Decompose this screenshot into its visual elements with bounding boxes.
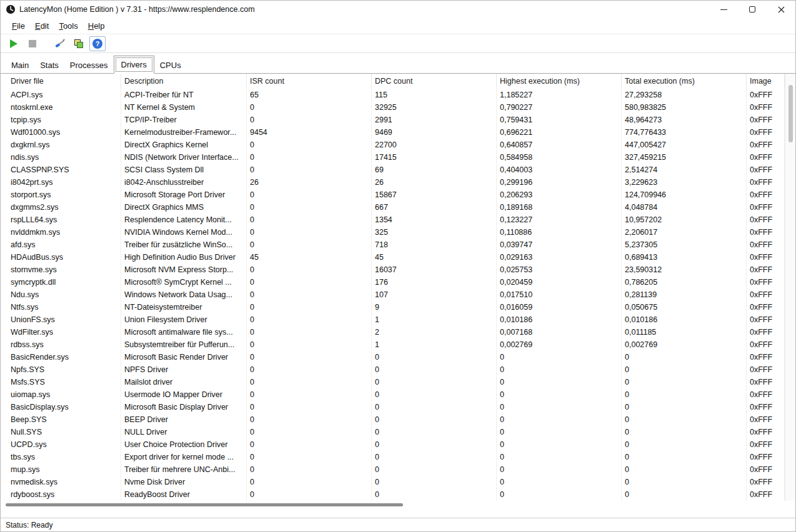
table-row[interactable]: nvlddmkm.sysNVIDIA Windows Kernel Mod...… <box>1 226 785 239</box>
table-row[interactable]: ACPI.sysACPI-Treiber für NT651151,185227… <box>1 89 785 101</box>
copy-report-icon <box>73 38 84 49</box>
table-row[interactable]: rdyboost.sysReadyBoost Driver00000xFFF <box>1 488 785 501</box>
table-cell: 1 <box>372 338 497 351</box>
table-cell: 0xFFF <box>747 276 785 288</box>
stop-monitor-button[interactable] <box>24 36 41 51</box>
table-cell: 0 <box>247 189 372 201</box>
tab-cpus[interactable]: CPUs <box>154 57 187 73</box>
table-cell: nvlddmkm.sys <box>1 226 121 239</box>
toolbar: ? <box>1 34 795 53</box>
table-row[interactable]: i8042prt.sysi8042-Anschlusstreiber26260,… <box>1 176 785 189</box>
column-dpc-count[interactable]: DPC count <box>372 74 497 89</box>
start-monitor-button[interactable] <box>6 36 22 51</box>
table-row[interactable]: dxgmms2.sysDirectX Graphics MMS06670,189… <box>1 201 785 214</box>
table-cell: rdbss.sys <box>1 338 121 351</box>
help-button[interactable]: ? <box>89 36 106 51</box>
column-description[interactable]: Description <box>121 74 247 89</box>
table-row[interactable]: ntoskrnl.exeNT Kernel & System0329250,79… <box>1 101 785 114</box>
column-isr-count[interactable]: ISR count <box>247 74 372 89</box>
maximize-button[interactable] <box>738 1 767 18</box>
table-cell: 0 <box>247 488 372 501</box>
table-row[interactable]: storport.sysMicrosoft Storage Port Drive… <box>1 189 785 201</box>
table-cell: 0 <box>247 101 372 114</box>
table-cell: 0xFFF <box>747 413 785 426</box>
table-row[interactable]: tcpip.sysTCP/IP-Treiber029910,75943148,9… <box>1 114 785 126</box>
table-cell: 0 <box>372 351 497 363</box>
table-row[interactable]: Npfs.SYSNPFS Driver00000xFFF <box>1 363 785 376</box>
table-cell: Union Filesystem Driver <box>121 313 247 326</box>
close-button[interactable] <box>767 1 795 18</box>
menu-help[interactable]: Help <box>83 19 110 33</box>
copy-report-button[interactable] <box>71 36 87 51</box>
table-row[interactable]: BasicDisplay.sysMicrosoft Basic Display … <box>1 401 785 413</box>
table-cell: 0 <box>622 351 747 363</box>
menu-file[interactable]: File <box>7 19 30 33</box>
tab-drivers[interactable]: Drivers <box>114 56 154 74</box>
vertical-scrollbar-thumb[interactable] <box>789 85 793 142</box>
table-cell: 0,020459 <box>497 276 622 288</box>
table-cell: 718 <box>372 239 497 251</box>
table-cell: 5,237305 <box>622 239 747 251</box>
table-cell: 0 <box>497 426 622 438</box>
table-row[interactable]: mup.sysTreiber für mehrere UNC-Anbi...00… <box>1 463 785 476</box>
table-row[interactable]: BasicRender.sysMicrosoft Basic Render Dr… <box>1 351 785 363</box>
horizontal-scrollbar-thumb[interactable] <box>6 503 403 506</box>
table-row[interactable]: Ntfs.sysNT-Dateisystemtreiber090,0160590… <box>1 301 785 313</box>
table-cell: 0xFFF <box>747 89 785 101</box>
minimize-button[interactable] <box>709 1 738 18</box>
table-row[interactable]: HDAudBus.sysHigh Definition Audio Bus Dr… <box>1 251 785 264</box>
column-driver-file[interactable]: Driver file <box>1 74 121 89</box>
status-text: Status: Ready <box>6 521 52 530</box>
table-row[interactable]: UCPD.sysUser Choice Protection Driver000… <box>1 438 785 451</box>
table-row[interactable]: Beep.SYSBEEP Driver00000xFFF <box>1 413 785 426</box>
column-image[interactable]: Image <box>747 74 785 89</box>
column-highest-execution[interactable]: Highest execution (ms) <box>497 74 622 89</box>
table-row[interactable]: dxgkrnl.sysDirectX Graphics Kernel022700… <box>1 139 785 151</box>
table-header: Driver file Description ISR count DPC co… <box>1 74 785 89</box>
table-row[interactable]: CLASSPNP.SYSSCSI Class System Dll0690,40… <box>1 164 785 176</box>
table-cell: 0xFFF <box>747 438 785 451</box>
table-row[interactable]: UnionFS.sysUnion Filesystem Driver010,01… <box>1 313 785 326</box>
table-cell: i8042-Anschlusstreiber <box>121 176 247 189</box>
table-row[interactable]: WdFilter.sysMicrosoft antimalware file s… <box>1 326 785 338</box>
table-cell: 0 <box>247 288 372 301</box>
table-cell: 2991 <box>372 114 497 126</box>
table-cell: Wdf01000.sys <box>1 126 121 139</box>
tab-main[interactable]: Main <box>6 57 34 73</box>
table-row[interactable]: Wdf01000.sysKernelmodustreiber-Framewor.… <box>1 126 785 139</box>
table-row[interactable]: symcryptk.dllMicrosoft® SymCrypt Kernel … <box>1 276 785 288</box>
table-row[interactable]: stornvme.sysMicrosoft NVM Express Storp.… <box>1 264 785 276</box>
table-cell: 0 <box>247 426 372 438</box>
tab-processes[interactable]: Processes <box>64 57 114 73</box>
table-cell: Npfs.SYS <box>1 363 121 376</box>
horizontal-scrollbar[interactable] <box>1 501 795 509</box>
driver-tool-button[interactable] <box>52 36 68 51</box>
table-cell: Null.SYS <box>1 426 121 438</box>
table-cell: 0 <box>497 438 622 451</box>
column-total-execution[interactable]: Total execution (ms) <box>622 74 747 89</box>
table-row[interactable]: uiomap.sysUsermode IO Mapper Driver00000… <box>1 388 785 401</box>
table-cell: Treiber für mehrere UNC-Anbi... <box>121 463 247 476</box>
table-row[interactable]: afd.sysTreiber für zusätzliche WinSo...0… <box>1 239 785 251</box>
table-row[interactable]: Ndu.sysWindows Network Data Usag...01070… <box>1 288 785 301</box>
vertical-scrollbar[interactable] <box>785 74 795 501</box>
table-row[interactable]: rspLLL64.sysResplendence Latency Monit..… <box>1 214 785 226</box>
table-row[interactable]: ndis.sysNDIS (Network Driver Interface..… <box>1 151 785 164</box>
menu-tools[interactable]: Tools <box>54 19 82 33</box>
table-row[interactable]: tbs.sysExport driver for kernel mode ...… <box>1 451 785 463</box>
table-cell: 0 <box>247 239 372 251</box>
tab-stats[interactable]: Stats <box>34 57 64 73</box>
table-cell: tbs.sys <box>1 451 121 463</box>
menu-edit[interactable]: Edit <box>30 19 54 33</box>
table-row[interactable]: Null.SYSNULL Driver00000xFFF <box>1 426 785 438</box>
table-row[interactable]: nvmedisk.sysNvme Disk Driver00000xFFF <box>1 476 785 488</box>
table-cell: ntoskrnl.exe <box>1 101 121 114</box>
table-cell: 0 <box>247 388 372 401</box>
table-cell: 0xFFF <box>747 363 785 376</box>
table-cell: 0xFFF <box>747 401 785 413</box>
table-row[interactable]: rdbss.sysSubsystemtreiber für Pufferun..… <box>1 338 785 351</box>
table-cell: 0,010186 <box>622 313 747 326</box>
table-cell: 0xFFF <box>747 139 785 151</box>
table-cell: 1 <box>372 313 497 326</box>
table-row[interactable]: Msfs.SYSMailslot driver00000xFFF <box>1 376 785 388</box>
